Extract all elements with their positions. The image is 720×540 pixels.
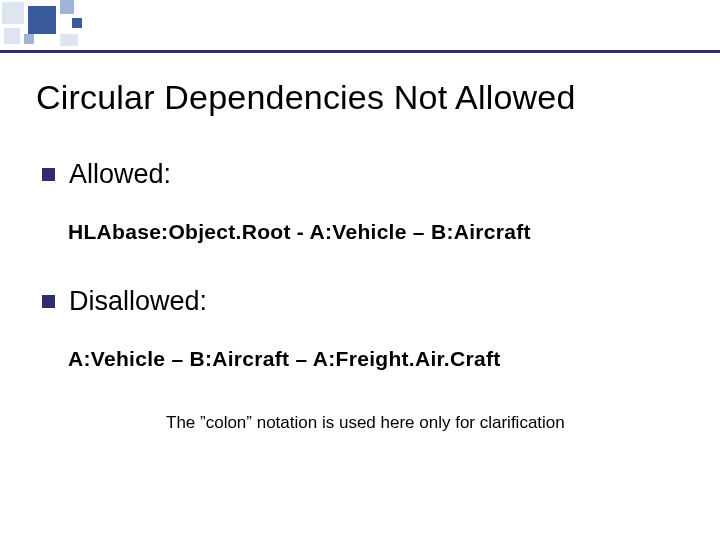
example-line: HLAbase:Object.Root - A:Vehicle – B:Airc… bbox=[68, 220, 684, 244]
bullet-label: Disallowed: bbox=[69, 286, 207, 317]
header-rule bbox=[0, 50, 720, 53]
bullet-item: Allowed: bbox=[42, 159, 684, 190]
corner-decoration bbox=[0, 0, 160, 50]
example-line: A:Vehicle – B:Aircraft – A:Freight.Air.C… bbox=[68, 347, 684, 371]
square-bullet-icon bbox=[42, 168, 55, 181]
slide-title: Circular Dependencies Not Allowed bbox=[36, 78, 684, 117]
bullet-item: Disallowed: bbox=[42, 286, 684, 317]
footnote: The ”colon” notation is used here only f… bbox=[166, 413, 684, 433]
slide-content: Circular Dependencies Not Allowed Allowe… bbox=[36, 78, 684, 433]
bullet-label: Allowed: bbox=[69, 159, 171, 190]
square-bullet-icon bbox=[42, 295, 55, 308]
